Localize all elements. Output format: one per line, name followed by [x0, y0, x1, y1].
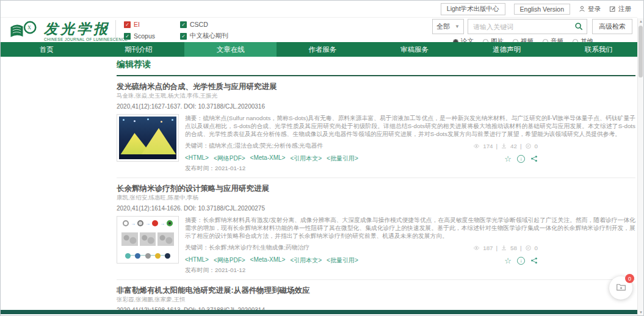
nav-item-contact[interactable]: 联系我们 [552, 42, 644, 57]
article-stats: 187 | 58 | 0 [473, 245, 538, 251]
views-count: 187 [483, 245, 493, 251]
stat-separator: | [520, 143, 522, 149]
download-circle-icon[interactable]: ↓ [517, 155, 525, 163]
article-abstract: 摘要：长余辉纳米材料具有激发/发射分离、成像分辨率高、大深度成像与操作模式便捷等… [185, 216, 635, 240]
nav-item-author-services[interactable]: 作者服务 [277, 42, 369, 57]
journal-logo-icon: X [9, 20, 40, 44]
cite-article-link[interactable]: <引用本文> [290, 154, 322, 163]
nav-item-ethics[interactable]: 道德声明 [461, 42, 553, 57]
register-label: 注册 [618, 5, 631, 13]
search-scope-value: 全部 [436, 22, 450, 31]
thumbnail-image-sulfur-piles [119, 117, 176, 159]
journal-logo[interactable]: X 发光学报 CHINESE JOURNAL OF LUMINESCENCE [9, 20, 128, 44]
favorite-star-icon[interactable]: ☆ [504, 155, 512, 163]
floating-collection-button[interactable]: 0 [609, 276, 632, 300]
nav-item-articles-online[interactable]: 文章在线 [184, 42, 277, 57]
download-circle-icon[interactable]: ↓ [517, 257, 525, 265]
header: X 发光学报 CHINESE JOURNAL OF LUMINESCENCE ✓… [1, 18, 637, 42]
batch-cite-link[interactable]: <批量引用> [327, 256, 358, 265]
article-keywords: 关键词：硫纳米点;湿法合成;荧光;分析传感;光电器件 [185, 142, 323, 150]
stat-separator: | [496, 245, 498, 251]
downloads-icon [501, 143, 507, 149]
index-badge-cscd: ✓ CSCD [180, 21, 228, 28]
article-title[interactable]: 发光硫纳米点的合成、光学性质与应用研究进展 [117, 82, 635, 91]
scroll-up-arrow[interactable]: ▲ [638, 20, 644, 23]
article-item: 发光硫纳米点的合成、光学性质与应用研究进展 马金珠,张焱,史玉珉,杨大清,李伟,… [117, 76, 635, 178]
comments-count: 0 [535, 245, 538, 251]
user-icon [579, 5, 585, 12]
downloads-count: 42 [510, 143, 517, 149]
footer-bar [1, 310, 637, 314]
index-badge-core: ✓ 中文核心期刊 [180, 32, 228, 40]
search-scope-select[interactable]: 全部 ▼ [432, 19, 464, 34]
article-keywords: 关键词：长余辉;纳米诊疗剂;生物成像;药物治疗 [185, 244, 309, 252]
index-badge-scopus: ✓ Scopus [124, 32, 172, 40]
folder-plus-icon [616, 282, 626, 295]
batch-cite-link[interactable]: <批量引用> [327, 154, 358, 163]
html-link[interactable]: <HTML> [185, 256, 209, 265]
editor-recommended-section: 编辑荐读 发光硫纳米点的合成、光学性质与应用研究进展 马金珠,张焱,史玉珉,杨大… [117, 59, 635, 316]
nav-item-home[interactable]: 首页 [1, 42, 93, 57]
notification-badge: 0 [625, 274, 634, 283]
scroll-down-arrow[interactable]: ▼ [638, 311, 644, 314]
favorite-star-icon[interactable]: ☆ [504, 257, 512, 265]
downloads-icon [501, 245, 507, 251]
comments-count: 0 [535, 143, 538, 149]
article-stats: 174 | 42 | 0 [473, 143, 538, 149]
stat-separator: | [520, 245, 522, 251]
search-input[interactable] [468, 19, 587, 34]
article-title[interactable]: 长余辉纳米诊疗剂的设计策略与应用研究进展 [117, 184, 635, 193]
meta-xml-link[interactable]: <Meta-XML> [250, 154, 286, 163]
article-authors: 康凯,张绍安,练惠旺,陈星中,李杨 [117, 194, 635, 201]
index-badges: ✓ EI ✓ CSCD ✓ Scopus ✓ 中文核心期刊 [124, 21, 228, 40]
stat-separator: | [496, 143, 498, 149]
article-links: <HTML> <网络PDF> <Meta-XML> <引用本文> <批量引用> [185, 154, 358, 163]
article-citation: 2020,41(12):1614-1626. DOI: 10.37188/CJL… [117, 205, 635, 212]
cite-article-link[interactable]: <引用本文> [290, 256, 322, 265]
article-actions: ☆ ↓ [504, 257, 538, 265]
comments-icon [525, 143, 532, 149]
publish-date: 发布时间：2021-01-12 [185, 165, 635, 173]
main-nav: 首页 期刊介绍 文章在线 作者服务 审稿服务 道德声明 联系我们 [1, 42, 644, 57]
article-authors: 张彩霞,张湘鹏,张家豪,王恒 [117, 296, 635, 303]
meta-xml-link[interactable]: <Meta-XML> [250, 256, 286, 265]
nav-item-review-services[interactable]: 审稿服务 [369, 42, 461, 57]
journal-homepage: Light学术出版中心 English Version 登录 注册 X [0, 0, 644, 316]
article-thumbnail[interactable]: →→ → [117, 216, 179, 264]
light-center-button[interactable]: Light学术出版中心 [441, 3, 505, 15]
article-links: <HTML> <网络PDF> <Meta-XML> <引用本文> <批量引用> [185, 256, 358, 265]
html-link[interactable]: <HTML> [185, 154, 209, 163]
scrollbar-thumb[interactable] [639, 26, 643, 77]
share-icon[interactable] [530, 257, 538, 264]
pdf-link[interactable]: <网络PDF> [214, 256, 245, 265]
thumbnail-image-nano-scheme: →→ → [119, 218, 176, 261]
views-count: 174 [483, 143, 493, 149]
article-thumbnail[interactable] [117, 114, 179, 162]
downloads-count: 58 [510, 245, 517, 251]
login-link[interactable]: 登录 [579, 5, 601, 13]
article-authors: 马金珠,张焱,史玉珉,杨大清,李伟,王振光 [117, 92, 635, 99]
register-link[interactable]: 注册 [609, 5, 631, 13]
vertical-scrollbar[interactable]: ▲ ▼ [637, 18, 643, 315]
views-icon [473, 245, 480, 251]
pdf-link[interactable]: <网络PDF> [214, 154, 245, 163]
english-version-button[interactable]: English Version [514, 4, 570, 15]
checkbox-checked-icon: ✓ [180, 21, 187, 28]
checkbox-checked-icon: ✓ [124, 21, 131, 28]
advanced-search-button[interactable]: 高级检索 [592, 19, 632, 34]
index-badge-ei: ✓ EI [124, 21, 172, 28]
article-item: 长余辉纳米诊疗剂的设计策略与应用研究进展 康凯,张绍安,练惠旺,陈星中,李杨 2… [117, 178, 635, 280]
checkbox-checked-icon: ✓ [124, 33, 131, 40]
register-icon [609, 5, 616, 12]
section-title: 编辑荐读 [117, 59, 635, 76]
article-abstract: 摘要：硫纳米点(Sulfur nanodots，简称S-dots)具有无毒、原料… [185, 114, 635, 138]
article-actions: ☆ ↓ [504, 155, 538, 163]
nav-item-journal-intro[interactable]: 期刊介绍 [93, 42, 185, 57]
views-icon [473, 143, 480, 149]
article-title[interactable]: 非富勒烯有机太阳能电池研究进展:从器件物理到磁场效应 [117, 286, 635, 295]
vertical-divider [115, 20, 116, 40]
share-icon[interactable] [530, 155, 538, 162]
publish-date: 发布时间：2021-01-12 [185, 267, 635, 275]
search-icon[interactable] [574, 22, 583, 33]
checkbox-checked-icon: ✓ [180, 33, 187, 40]
